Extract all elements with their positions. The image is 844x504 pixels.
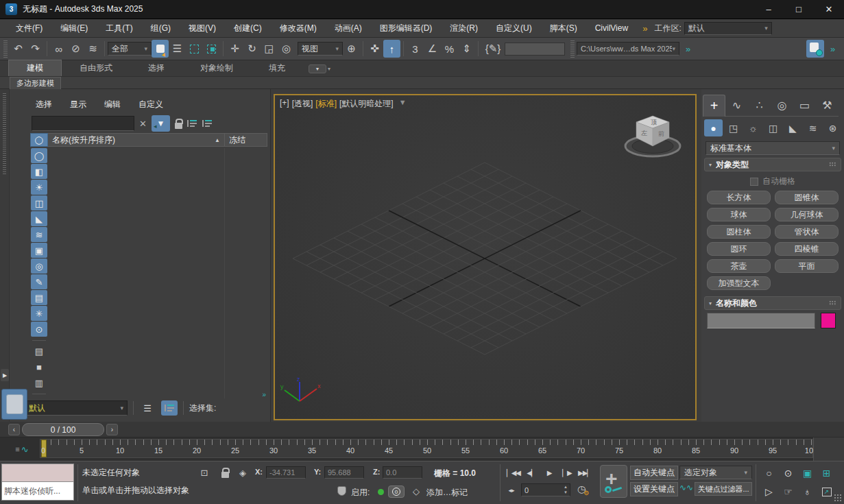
- select-object-button[interactable]: ▲: [152, 40, 169, 58]
- display-containers-button[interactable]: ▤: [31, 290, 47, 305]
- use-pivot-point-button[interactable]: ⊕: [343, 40, 360, 58]
- close-button[interactable]: ✕: [814, 0, 844, 19]
- frozen-column-header[interactable]: 冻结: [225, 133, 267, 147]
- project-folder-dropdown[interactable]: C:\Users\ww…ds Max 2025 ▾: [577, 42, 679, 56]
- tab-motion[interactable]: ◎: [771, 95, 793, 117]
- previous-frame-button[interactable]: ◀▏: [523, 466, 540, 480]
- isolate-selection-icon[interactable]: ⊡: [197, 466, 211, 479]
- rectangular-selection-region-button[interactable]: [186, 40, 203, 58]
- tab-modeling[interactable]: 建模: [8, 60, 62, 76]
- listener-script-row[interactable]: 脚本迷你侦听...: [1, 482, 74, 501]
- redo-button[interactable]: ↷: [27, 40, 44, 58]
- menu-overflow-icon[interactable]: »: [637, 23, 653, 34]
- display-frozen-button[interactable]: ✳: [31, 306, 47, 321]
- select-and-manipulate-button[interactable]: ✜: [366, 40, 383, 58]
- display-spacewarps-button[interactable]: ≋: [31, 227, 47, 242]
- menu-create[interactable]: 创建(C): [225, 19, 271, 37]
- panel-flyout-button[interactable]: ▶: [1, 369, 9, 381]
- display-hidden-button[interactable]: ⊙: [31, 322, 47, 337]
- zoom-extents-all-button[interactable]: ⊞: [817, 464, 836, 482]
- tab-hierarchy[interactable]: ∴: [748, 95, 771, 117]
- select-and-link-button[interactable]: ∞: [50, 40, 67, 58]
- view-detail-button[interactable]: ▥: [31, 375, 47, 390]
- menu-file[interactable]: 文件(F): [7, 19, 51, 37]
- named-selection-sets-field[interactable]: [505, 43, 565, 56]
- menu-views[interactable]: 视图(V): [180, 19, 225, 37]
- display-helpers-button[interactable]: ◣: [31, 211, 47, 226]
- lock-icon[interactable]: [175, 123, 182, 129]
- ribbon-collapse-button[interactable]: ▼: [309, 64, 326, 73]
- edit-named-selection-sets-button[interactable]: {✎}: [481, 40, 505, 58]
- category-systems[interactable]: ⊛: [823, 119, 842, 136]
- menu-modifiers[interactable]: 修改器(M): [271, 19, 326, 37]
- display-none-button[interactable]: ◯: [31, 148, 47, 163]
- create-button[interactable]: 圆柱体: [707, 225, 771, 239]
- time-slider-handle[interactable]: 0 / 100: [22, 423, 104, 436]
- object-name-field[interactable]: [707, 313, 815, 328]
- tab-selection[interactable]: 选择: [130, 60, 182, 76]
- autosave-button[interactable]: [806, 40, 824, 58]
- display-xrefs-button[interactable]: ◎: [31, 259, 47, 274]
- track-bar-ruler[interactable]: 0510152025303540455055606570758085909510…: [40, 439, 813, 458]
- autogrid-checkbox[interactable]: [750, 178, 758, 186]
- tab-utilities[interactable]: ⚒: [816, 95, 839, 117]
- category-shapes[interactable]: ◳: [724, 119, 743, 136]
- maxscript-mini-listener[interactable]: 脚本迷你侦听...: [1, 464, 74, 501]
- y-coord-field[interactable]: [324, 466, 364, 479]
- dock-drag-handle[interactable]: [3, 92, 6, 174]
- tab-populate[interactable]: 填充: [251, 60, 303, 76]
- orbit-button[interactable]: ♁: [798, 483, 817, 501]
- tab-polygon-modeling[interactable]: 多边形建模: [10, 77, 61, 89]
- menu-tools[interactable]: 工具(T): [97, 19, 141, 37]
- viewport-pov-menu[interactable]: [透视]: [292, 98, 313, 110]
- selection-filter-dropdown[interactable]: 全部 ▾: [108, 42, 152, 56]
- angle-snap-toggle[interactable]: ∠: [424, 40, 441, 58]
- reference-coordinate-dropdown[interactable]: 视图 ▾: [298, 42, 343, 56]
- create-button[interactable]: 圆环: [707, 242, 771, 256]
- percent-snap-toggle[interactable]: %: [441, 40, 458, 58]
- zero-counter-button[interactable]: 0: [388, 485, 405, 498]
- object-color-swatch[interactable]: [821, 313, 836, 328]
- go-to-start-button[interactable]: ▏◀◀: [505, 466, 522, 480]
- view-cube[interactable]: 顶 左 前: [621, 106, 684, 164]
- toolbar-drag-handle[interactable]: [570, 40, 575, 58]
- pan-button[interactable]: ☞: [779, 483, 797, 501]
- window-crossing-toggle[interactable]: [203, 40, 220, 58]
- hierarchy-view-button[interactable]: [161, 400, 178, 416]
- category-lights[interactable]: ☼: [744, 119, 762, 136]
- object-type-rollout[interactable]: ▾ 对象类型: [704, 158, 841, 171]
- menu-civilview[interactable]: CivilView: [586, 19, 637, 37]
- frame-spinner[interactable]: ▲▼: [564, 484, 568, 495]
- adaptive-degradation-shield-icon[interactable]: [337, 486, 346, 496]
- explorer-overflow-icon[interactable]: »: [262, 391, 266, 398]
- select-and-scale-button[interactable]: ◲: [261, 40, 278, 58]
- tab-display[interactable]: ▭: [793, 95, 816, 117]
- window-resize-grip[interactable]: [834, 494, 842, 502]
- right-toolbar-overflow-icon[interactable]: »: [824, 40, 841, 58]
- create-button[interactable]: 平面: [775, 259, 839, 273]
- display-groups-button[interactable]: ▣: [31, 243, 47, 258]
- expand-hierarchy-icon[interactable]: [187, 119, 197, 128]
- play-button[interactable]: ▶: [541, 466, 557, 480]
- menu-edit[interactable]: 编辑(E): [51, 19, 97, 37]
- filter-button[interactable]: ▼ ◂: [152, 115, 170, 132]
- set-key-button[interactable]: 设置关键点: [630, 482, 678, 496]
- snaps-toggle-3d[interactable]: 3: [407, 40, 424, 58]
- set-keys-button[interactable]: +: [600, 465, 627, 498]
- tab-object-paint[interactable]: 对象绘制: [182, 60, 251, 76]
- unlink-selection-button[interactable]: ⊘: [67, 40, 84, 58]
- primitive-type-dropdown[interactable]: 标准基本体 ▾: [706, 141, 840, 155]
- create-button[interactable]: 长方体: [707, 191, 771, 204]
- mini-curve-editor-button[interactable]: ≡ ∿: [7, 441, 37, 457]
- viewport-general-menu[interactable]: [+]: [280, 98, 289, 110]
- go-to-end-button[interactable]: ▶▶▏: [577, 466, 593, 480]
- category-geometry[interactable]: ●: [704, 119, 723, 136]
- select-and-rotate-button[interactable]: ↻: [243, 40, 261, 58]
- create-button[interactable]: 加强型文本: [707, 276, 771, 290]
- tab-freeform[interactable]: 自由形式: [62, 60, 130, 76]
- display-column-header[interactable]: ◯: [30, 133, 48, 147]
- field-of-view-button[interactable]: ▷: [760, 483, 778, 501]
- layer-explorer-button[interactable]: ☰: [139, 400, 156, 416]
- viewport-style-menu[interactable]: [标准]: [315, 98, 337, 110]
- menu-scripting[interactable]: 脚本(S): [541, 19, 586, 37]
